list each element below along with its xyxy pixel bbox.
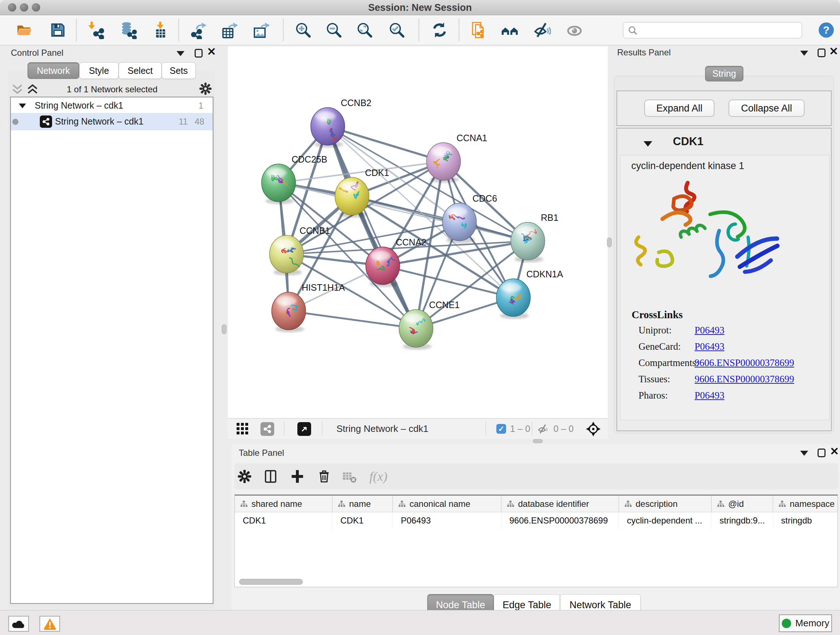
close-panel-icon[interactable]: ✕ [829, 47, 838, 56]
network-node-ccnb1[interactable] [270, 235, 303, 276]
warnings-button[interactable] [39, 616, 60, 632]
zoom-in-button[interactable] [293, 19, 313, 41]
column-header-namespace[interactable]: namespace [773, 496, 838, 512]
export-table-button[interactable] [219, 19, 239, 41]
string-network-graph[interactable]: CCNB2CCNA1CDC25BCDK1CDC6RB1CCNB1CCNA2CDK… [228, 46, 608, 418]
column-header-description[interactable]: description [619, 496, 712, 512]
search-input[interactable] [640, 22, 799, 38]
crosslink-link[interactable]: P06493 [695, 325, 725, 336]
tab-network[interactable]: Network [27, 62, 79, 79]
refresh-button[interactable] [429, 19, 450, 41]
network-edge[interactable] [289, 311, 416, 328]
network-node-rb1[interactable] [511, 222, 545, 263]
import-table-button[interactable] [150, 19, 171, 41]
network-edge[interactable] [328, 126, 444, 162]
column-header--id[interactable]: @id [712, 496, 773, 512]
table-cell[interactable]: 9606.ENSP00000378699 [501, 512, 619, 529]
zoom-window-button[interactable] [32, 3, 40, 11]
zoom-out-button[interactable] [324, 19, 344, 41]
table-row[interactable]: CDK1CDK1P064939606.ENSP00000378699cyclin… [235, 512, 837, 529]
collapse-all-networks-icon[interactable] [11, 83, 24, 95]
table-options-gear-icon[interactable] [237, 469, 253, 485]
string-footer-icon[interactable] [261, 422, 274, 436]
import-network-button[interactable] [87, 19, 107, 41]
help-button[interactable]: ? [816, 19, 836, 41]
show-panel-button[interactable] [564, 19, 584, 41]
delete-column-icon[interactable] [317, 469, 332, 485]
splitter-handle[interactable] [222, 325, 226, 334]
collapse-panel-icon[interactable] [800, 451, 808, 456]
crosslink-link[interactable]: P06493 [695, 341, 725, 352]
save-session-button[interactable] [48, 19, 68, 41]
float-panel-icon[interactable] [818, 448, 826, 457]
table-cell[interactable]: stringdb:9... [712, 512, 773, 529]
network-node-ccnb2[interactable] [311, 108, 345, 148]
zoom-fit-button[interactable] [355, 19, 375, 41]
section-expander-icon[interactable] [644, 141, 652, 147]
export-image-button[interactable] [250, 19, 271, 41]
network-canvas[interactable]: CCNB2CCNA1CDC25BCDK1CDC6RB1CCNB1CCNA2CDK… [228, 46, 608, 418]
zoom-in-icon [294, 21, 312, 39]
hide-panel-button[interactable] [532, 19, 552, 41]
column-header-shared-name[interactable]: shared name [235, 496, 332, 512]
splitter-handle[interactable] [533, 439, 543, 443]
network-node-hist1h1a[interactable] [272, 292, 306, 333]
network-edge[interactable] [279, 162, 444, 183]
close-window-button[interactable] [8, 3, 16, 11]
network-node-cdkn1a[interactable] [496, 279, 531, 319]
collapse-panel-icon[interactable] [800, 51, 808, 56]
network-node-cdk1[interactable] [335, 177, 369, 218]
table-cell[interactable]: P06493 [393, 512, 501, 529]
tab-select[interactable]: Select [118, 62, 162, 79]
network-row-selected[interactable]: String Network – cdk1 11 48 [11, 113, 213, 130]
float-panel-icon[interactable] [818, 49, 826, 57]
table-cell[interactable]: stringdb [773, 512, 838, 529]
table-cell[interactable]: CDK1 [332, 512, 393, 529]
network-collection-row[interactable]: String Network – cdk1 1 [11, 99, 213, 113]
open-in-window-icon[interactable] [297, 422, 311, 436]
network-options-gear-icon[interactable] [198, 81, 213, 96]
cloud-status-button[interactable] [8, 616, 29, 632]
tree-expander-icon[interactable] [19, 103, 26, 108]
crosslink-link[interactable]: 9606.ENSP00000378699 [695, 374, 794, 385]
tab-style[interactable]: Style [79, 62, 118, 79]
fit-selected-target-icon[interactable] [585, 421, 601, 437]
close-panel-icon[interactable]: ✕ [830, 447, 839, 456]
network-node-ccne1[interactable] [399, 310, 433, 350]
collapse-all-button[interactable]: Collapse All [729, 100, 805, 117]
column-header-name[interactable]: name [332, 496, 393, 512]
function-builder-icon[interactable]: f(x) [369, 469, 387, 484]
delete-table-icon[interactable] [341, 469, 357, 484]
tab-sets[interactable]: Sets [162, 62, 196, 79]
crosslink-link[interactable]: P06493 [695, 390, 725, 401]
home-button[interactable] [500, 19, 520, 41]
node-label: CDC25B [292, 154, 327, 165]
node-label: CCNE1 [429, 300, 460, 310]
network-node-ccna1[interactable] [426, 143, 461, 183]
memory-button[interactable]: Memory [779, 614, 832, 632]
close-panel-icon[interactable]: ✕ [207, 48, 216, 56]
zoom-selected-button[interactable] [387, 19, 407, 41]
import-database-button[interactable] [118, 19, 139, 41]
horizontal-scrollbar[interactable] [239, 579, 303, 585]
show-columns-icon[interactable] [263, 469, 278, 485]
birdseye-grid-icon[interactable] [237, 423, 249, 435]
selected-checkbox-icon[interactable]: ✓ [496, 424, 506, 434]
table-cell[interactable]: cyclin-dependent ... [619, 512, 712, 529]
export-network-button[interactable] [189, 19, 209, 41]
column-header-database-identifier[interactable]: database identifier [501, 496, 619, 512]
search-field[interactable] [623, 22, 802, 38]
network-node-cdc25b[interactable] [262, 164, 295, 204]
open-session-button[interactable] [14, 19, 34, 41]
collapse-panel-icon[interactable] [177, 51, 185, 56]
float-panel-icon[interactable] [195, 49, 202, 57]
tab-string[interactable]: String [705, 66, 744, 81]
share-document-button[interactable] [469, 19, 489, 41]
crosslink-link[interactable]: 9606.ENSP00000378699 [695, 357, 794, 369]
column-header-canonical-name[interactable]: canonical name [393, 496, 501, 512]
table-cell[interactable]: CDK1 [235, 512, 332, 529]
expand-all-button[interactable]: Expand All [644, 100, 714, 117]
hidden-eye-slash-icon[interactable] [537, 423, 549, 435]
minimize-window-button[interactable] [20, 3, 28, 11]
add-column-icon[interactable] [290, 469, 305, 485]
